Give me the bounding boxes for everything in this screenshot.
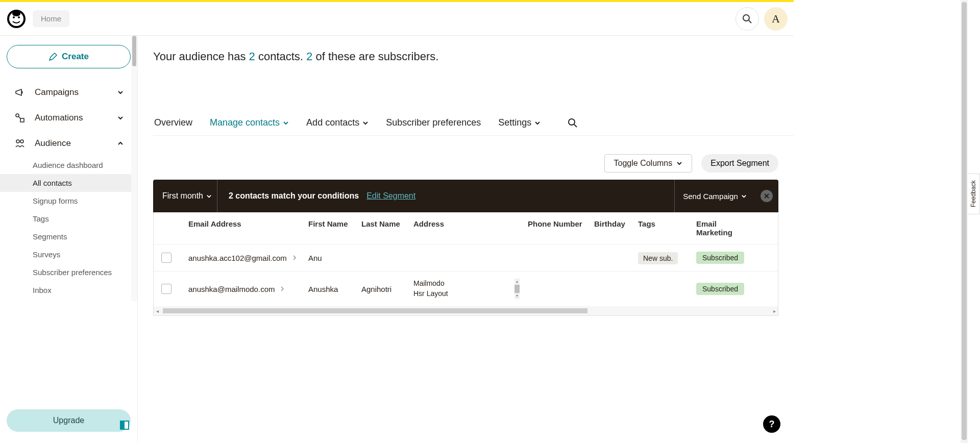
nav-automations-label: Automations	[35, 113, 83, 123]
col-header-email-marketing[interactable]: Email Marketing	[692, 212, 751, 244]
subnav-segments[interactable]: Segments	[33, 228, 137, 245]
col-header-last-name[interactable]: Last Name	[357, 212, 409, 244]
cell-last-name: Agnihotri	[357, 278, 409, 301]
chevron-down-icon	[283, 120, 289, 126]
export-segment-button[interactable]: Export Segment	[701, 154, 778, 173]
tab-manage-contacts[interactable]: Manage contacts	[209, 114, 290, 131]
tab-overview[interactable]: Overview	[153, 114, 193, 131]
segment-dropdown[interactable]: First month	[153, 180, 217, 212]
contacts-count: 2	[249, 50, 255, 63]
nav-audience[interactable]: Audience	[0, 131, 137, 156]
create-label: Create	[62, 52, 89, 62]
status-badge: Subscribed	[696, 252, 744, 264]
svg-line-12	[574, 125, 577, 127]
audience-stats: Your audience has 2 contacts. 2 of these…	[153, 50, 794, 63]
segment-bar: First month 2 contacts match your condit…	[153, 180, 778, 212]
sidebar: Create Campaigns Automations Audience Au…	[0, 36, 138, 443]
send-campaign-button[interactable]: Send Campaign	[674, 180, 755, 212]
cell-phone	[524, 282, 590, 296]
col-header-tags[interactable]: Tags	[634, 212, 692, 244]
create-button[interactable]: Create	[7, 45, 131, 68]
cell-email[interactable]: anushka@mailmodo.com	[188, 285, 275, 293]
stats-text: contacts.	[255, 50, 306, 63]
table-row: anushka@mailmodo.com Anushka Agnihotri M…	[154, 271, 778, 306]
actions-row: Toggle Columns Export Segment	[153, 136, 794, 180]
tab-search-button[interactable]	[567, 117, 578, 129]
svg-point-11	[569, 119, 575, 125]
svg-line-6	[749, 20, 751, 23]
nav-campaigns-label: Campaigns	[35, 87, 79, 97]
cell-address	[409, 251, 524, 265]
upgrade-button[interactable]: Upgrade	[7, 409, 131, 432]
cell-email[interactable]: anushka.acc102@gmail.com	[188, 254, 287, 262]
chevron-right-icon	[292, 255, 297, 260]
home-link[interactable]: Home	[33, 10, 69, 27]
subnav-all-contacts[interactable]: All contacts	[0, 174, 137, 192]
chevron-down-icon	[117, 89, 124, 96]
tab-add-contacts[interactable]: Add contacts	[305, 114, 370, 131]
nav-campaigns[interactable]: Campaigns	[0, 80, 137, 105]
cell-last-name	[357, 251, 409, 265]
close-icon	[764, 193, 769, 199]
send-campaign-label: Send Campaign	[683, 192, 738, 201]
svg-point-5	[743, 15, 749, 21]
contacts-table-wrap: First month 2 contacts match your condit…	[153, 180, 778, 316]
avatar[interactable]: A	[764, 7, 788, 31]
cell-address: Mailmodo Hsr Layout ▴▾	[409, 272, 524, 306]
edit-segment-link[interactable]: Edit Segment	[366, 191, 415, 201]
stats-text: of these are subscribers.	[312, 50, 438, 63]
subnav-surveys[interactable]: Surveys	[33, 245, 137, 263]
chevron-up-icon	[117, 140, 124, 147]
cell-email-marketing: Subscribed	[692, 276, 751, 302]
table-header-row: Email Address First Name Last Name Addre…	[154, 212, 778, 244]
subnav-inbox[interactable]: Inbox	[33, 281, 137, 299]
pencil-icon	[48, 52, 58, 61]
svg-point-4	[12, 11, 20, 16]
table-row: anushka.acc102@gmail.com Anu New sub. Su…	[154, 244, 778, 271]
col-header-phone[interactable]: Phone Number	[524, 212, 590, 244]
brand-logo[interactable]	[5, 8, 28, 30]
tab-subscriber-prefs[interactable]: Subscriber preferences	[385, 114, 482, 131]
address-scrollbar[interactable]: ▴▾	[514, 279, 520, 299]
toggle-columns-button[interactable]: Toggle Columns	[604, 154, 693, 173]
search-button[interactable]	[736, 7, 759, 31]
chevron-down-icon	[117, 114, 124, 121]
tab-settings[interactable]: Settings	[497, 114, 542, 131]
window-vertical-scrollbar[interactable]	[961, 0, 968, 443]
close-segment-cell	[755, 180, 778, 212]
toggle-columns-label: Toggle Columns	[614, 159, 673, 168]
nav-automations[interactable]: Automations	[0, 105, 137, 131]
megaphone-icon	[13, 86, 27, 99]
col-header-birthday[interactable]: Birthday	[590, 212, 634, 244]
table-horizontal-scrollbar[interactable]: ◂▸	[154, 306, 778, 315]
svg-rect-8	[20, 118, 24, 122]
cell-tags	[634, 282, 692, 296]
col-header-address[interactable]: Address	[409, 212, 524, 244]
stats-text: Your audience has	[153, 50, 249, 63]
subnav-audience-dashboard[interactable]: Audience dashboard	[33, 156, 137, 174]
tab-manage-contacts-label: Manage contacts	[210, 117, 280, 128]
subnav-tags[interactable]: Tags	[33, 210, 137, 228]
svg-point-10	[20, 140, 23, 143]
chevron-down-icon	[741, 193, 747, 199]
subnav-signup-forms[interactable]: Signup forms	[33, 192, 137, 210]
col-header-first-name[interactable]: First Name	[304, 212, 357, 244]
cookie-preferences-icon[interactable]	[120, 421, 129, 430]
segment-match-text: 2 contacts match your conditions	[229, 191, 359, 201]
tab-add-contacts-label: Add contacts	[306, 117, 359, 128]
automation-icon	[13, 111, 27, 125]
help-button[interactable]: ?	[763, 415, 780, 433]
chevron-down-icon	[362, 120, 369, 126]
col-header-email[interactable]: Email Address	[179, 212, 304, 244]
row-checkbox[interactable]	[161, 284, 172, 294]
close-segment-button[interactable]	[761, 190, 773, 202]
row-checkbox[interactable]	[161, 253, 172, 263]
svg-point-2	[13, 16, 15, 18]
search-icon	[567, 117, 578, 129]
search-icon	[742, 14, 752, 24]
contacts-table: Email Address First Name Last Name Addre…	[153, 212, 778, 316]
segment-dropdown-label: First month	[162, 191, 203, 201]
sidebar-scrollbar[interactable]	[131, 36, 137, 301]
subnav-subscriber-preferences[interactable]: Subscriber preferences	[33, 263, 137, 281]
feedback-tab[interactable]: Feedback	[967, 174, 980, 214]
